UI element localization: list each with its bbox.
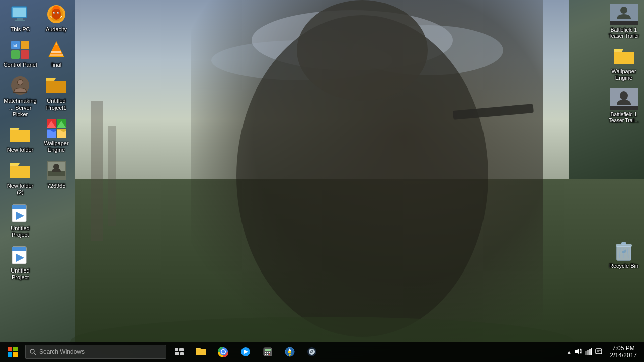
wallpaper-engine-right-label: Wallpaper Engine: [607, 68, 641, 81]
new-folder-icon[interactable]: New folder: [0, 121, 40, 156]
steam-button[interactable]: [301, 342, 323, 362]
wallpaper-engine-mid-label: Wallpaper Engine: [39, 140, 73, 153]
svg-point-32: [54, 13, 55, 14]
svg-line-68: [34, 353, 36, 355]
untitled-project-1-icon[interactable]: Untitled Project: [0, 199, 40, 241]
this-pc-icon[interactable]: This PC: [0, 0, 40, 36]
svg-rect-66: [13, 352, 18, 357]
wallpaper-engine-icon[interactable]: Wallpaper Engine: [36, 114, 76, 156]
media-button[interactable]: [234, 342, 257, 362]
new-folder-2-icon[interactable]: New folder (2): [0, 156, 40, 199]
show-desktop-button[interactable]: [641, 342, 644, 362]
svg-rect-25: [12, 247, 26, 251]
battlefield-teaser-icon[interactable]: Battlefield 1 Teaser Trailer: [604, 0, 644, 42]
battlefield-teaser2-label: Battlefield 1 Teaser Trail...: [607, 112, 641, 124]
svg-point-33: [58, 13, 59, 14]
recycle-bin-label: Recycle Bin: [609, 263, 638, 269]
show-hidden-icons[interactable]: ▲: [567, 349, 572, 355]
network-icon[interactable]: [585, 348, 592, 356]
svg-rect-36: [51, 51, 61, 53]
svg-rect-85: [269, 352, 270, 353]
search-bar[interactable]: Search Windows: [25, 345, 166, 359]
untitled-project-2-icon[interactable]: Untitled Project: [0, 241, 40, 284]
svg-rect-87: [267, 354, 268, 355]
matchmaking-icon[interactable]: Matchmaking... Server Picker: [0, 71, 40, 121]
svg-marker-94: [575, 348, 579, 354]
control-panel-icon[interactable]: ⊞ Control Panel: [0, 36, 40, 71]
svg-rect-56: [610, 106, 638, 110]
svg-rect-95: [585, 351, 587, 355]
clock[interactable]: 7:05 PM 2/14/2017: [606, 342, 641, 362]
taskbar: Search Windows: [0, 342, 644, 362]
svg-rect-84: [267, 352, 268, 353]
clock-time: 7:05 PM: [612, 345, 635, 352]
desktop: This PC ⊞ Control Panel: [0, 0, 644, 342]
untitled-project-2-label: Untitled Project: [3, 267, 37, 281]
recycle-bin-icon[interactable]: Recycle Bin: [604, 237, 644, 273]
svg-rect-52: [610, 21, 638, 25]
matchmaking-label: Matchmaking... Server Picker: [3, 98, 37, 118]
control-panel-label: Control Panel: [4, 62, 37, 68]
svg-rect-99: [596, 349, 602, 354]
svg-rect-59: [621, 242, 626, 245]
battlefield-teaser-label: Battlefield 1 Teaser Trailer: [607, 27, 641, 39]
svg-rect-88: [269, 354, 270, 355]
clock-date: 2/14/2017: [610, 352, 637, 359]
final-vlc-label: final: [51, 62, 61, 68]
storm-button[interactable]: [279, 342, 301, 362]
svg-rect-83: [265, 352, 266, 353]
new-folder-2-label: New folder (2): [3, 183, 37, 196]
calculator-button[interactable]: [257, 342, 279, 362]
svg-rect-86: [265, 354, 266, 355]
svg-rect-63: [8, 347, 12, 351]
svg-rect-97: [589, 349, 591, 355]
svg-rect-11: [17, 18, 23, 20]
svg-rect-15: [11, 50, 20, 59]
audacity-label: Audacity: [46, 26, 67, 33]
svg-rect-72: [180, 352, 184, 355]
svg-rect-82: [265, 349, 271, 351]
svg-rect-64: [13, 347, 18, 351]
svg-rect-37: [50, 54, 63, 56]
726965-label: 726965: [47, 183, 66, 189]
system-tray: ▲: [562, 342, 606, 362]
svg-rect-65: [8, 352, 12, 357]
chrome-button[interactable]: [212, 342, 234, 362]
svg-rect-70: [179, 348, 184, 351]
volume-icon[interactable]: [575, 348, 582, 356]
task-view-button[interactable]: [168, 342, 190, 362]
untitled-project1-icon[interactable]: Untitled Project1: [36, 71, 76, 114]
svg-text:⊞: ⊞: [13, 43, 17, 48]
final-vlc-icon[interactable]: final: [36, 36, 76, 71]
svg-rect-69: [175, 348, 178, 351]
audacity-icon[interactable]: Audacity: [36, 0, 76, 36]
svg-rect-10: [13, 8, 26, 17]
svg-rect-98: [591, 348, 592, 355]
svg-point-55: [620, 91, 628, 100]
svg-rect-96: [587, 350, 589, 355]
svg-rect-16: [21, 50, 29, 59]
svg-rect-71: [175, 352, 179, 355]
new-folder-label: New folder: [7, 147, 34, 153]
search-placeholder: Search Windows: [39, 348, 85, 355]
svg-point-67: [30, 349, 34, 353]
svg-rect-12: [15, 20, 25, 21]
svg-rect-14: [21, 41, 29, 49]
svg-point-78: [222, 350, 225, 354]
svg-point-20: [18, 80, 23, 85]
action-center-icon[interactable]: [595, 348, 602, 356]
untitled-project-1-label: Untitled Project: [3, 225, 37, 238]
file-explorer-button[interactable]: [190, 342, 212, 362]
this-pc-label: This PC: [10, 26, 30, 33]
start-button[interactable]: [0, 342, 25, 362]
svg-point-51: [620, 7, 627, 14]
battlefield-teaser2-icon[interactable]: Battlefield 1 Teaser Trail...: [604, 84, 644, 127]
wallpaper-engine-right-icon[interactable]: Wallpaper Engine: [604, 42, 644, 84]
726965-icon[interactable]: 726965: [36, 156, 76, 192]
untitled-project1-label: Untitled Project1: [39, 98, 73, 111]
svg-rect-22: [12, 205, 26, 209]
